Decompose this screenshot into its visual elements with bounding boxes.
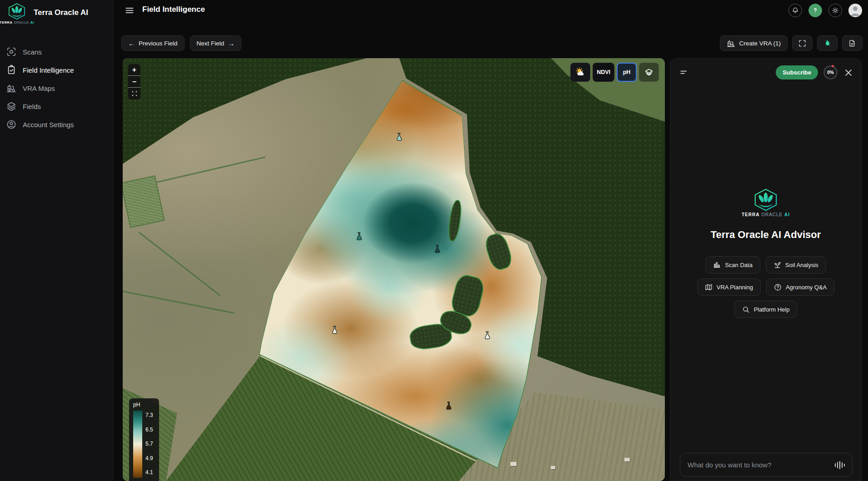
weather-toggle-button[interactable]	[570, 63, 590, 82]
soil-sample-flask-marker[interactable]	[444, 401, 453, 410]
tractor-icon	[6, 83, 16, 93]
legend-ticks: 7.3 6.5 5.7 4.9 4.1	[145, 412, 153, 476]
arrow-right-icon: →	[228, 40, 234, 47]
previous-field-label: Previous Field	[139, 40, 178, 47]
previous-field-button[interactable]: ← Previous Field	[121, 35, 185, 51]
legend-title: pH	[129, 398, 159, 408]
layers-icon	[6, 101, 16, 111]
ph-toggle-button[interactable]: pH	[617, 63, 637, 82]
voice-waveform-icon[interactable]	[835, 461, 845, 469]
building	[624, 458, 630, 461]
sidebar-item-label: Scans	[23, 48, 42, 56]
agronomy-qa-label: Agronomy Q&A	[786, 284, 827, 291]
soil-sample-flask-marker[interactable]	[330, 325, 339, 334]
soil-sample-flask-marker[interactable]	[483, 331, 492, 340]
advisor-title: Terra Oracle AI Advisor	[711, 229, 821, 241]
sidebar-item-fields[interactable]: Fields	[0, 97, 113, 115]
soil-sample-flask-marker[interactable]	[354, 232, 364, 241]
sun-icon	[832, 7, 839, 14]
tractor-icon	[727, 39, 735, 48]
sidebar-item-account-settings[interactable]: Account Settings	[0, 115, 113, 134]
advisor-panel: Subscribe 0% TERRA ORACLE AI Terra Oracl…	[670, 58, 862, 481]
platform-help-button[interactable]: Platform Help	[734, 301, 798, 318]
user-circle-icon	[6, 119, 16, 129]
create-vra-label: Create VRA (1)	[739, 40, 781, 47]
sidebar-item-vra-maps[interactable]: VRA Maps	[0, 79, 113, 97]
irrigation-button[interactable]	[817, 35, 838, 51]
soil-analysis-button[interactable]: Soil Analysis	[766, 256, 826, 273]
theme-toggle-button[interactable]	[828, 4, 842, 17]
ph-legend: pH 7.3 6.5 5.7 4.9 4.1	[129, 398, 159, 481]
layers-toggle-button[interactable]	[639, 63, 659, 82]
clipboard-check-icon	[6, 65, 16, 75]
advisor-quick-actions: Scan Data Soil Analysis VRA Planning	[670, 256, 861, 318]
menu-toggle-icon[interactable]	[125, 6, 134, 15]
notifications-button[interactable]	[788, 4, 802, 17]
map-icon	[705, 283, 713, 291]
zoom-out-button[interactable]: −	[128, 76, 140, 88]
advisor-logo-icon	[752, 188, 779, 211]
ndvi-toggle-button[interactable]: NDVI	[593, 63, 614, 82]
legend-tick: 7.3	[145, 412, 153, 418]
field-map[interactable]: + − NDVI pH pH	[123, 58, 665, 481]
page-title: Field Intelligence	[142, 5, 205, 14]
scan-data-label: Scan Data	[725, 262, 753, 268]
sun-cloud-icon	[575, 67, 586, 78]
next-field-label: Next Field	[197, 40, 224, 47]
advisor-chat-input[interactable]	[688, 461, 830, 469]
zoom-in-button[interactable]: +	[128, 64, 140, 76]
user-avatar[interactable]	[848, 4, 862, 17]
scan-data-button[interactable]: Scan Data	[705, 256, 760, 273]
fit-bounds-button[interactable]	[128, 88, 140, 99]
building	[510, 462, 517, 466]
bell-icon	[792, 7, 799, 14]
map-zoom-controls: + −	[128, 64, 140, 99]
next-field-button[interactable]: Next Field →	[190, 35, 242, 51]
help-button[interactable]	[808, 4, 822, 17]
soil-sample-flask-marker[interactable]	[394, 132, 404, 141]
legend-tick: 4.9	[145, 455, 153, 461]
soil-sample-flask-marker[interactable]	[433, 244, 442, 253]
top-header: Field Intelligence	[114, 0, 868, 21]
legend-tick: 4.1	[145, 469, 153, 476]
advisor-logo-caption: TERRA ORACLE AI	[742, 212, 790, 217]
app-brand: TERRA ORACLE AI Terra Oracle AI	[0, 0, 113, 25]
platform-help-label: Platform Help	[754, 306, 790, 313]
sidebar-item-label: Fields	[23, 103, 41, 110]
question-icon	[812, 7, 819, 14]
notification-dot	[832, 65, 834, 67]
layers-icon	[644, 68, 653, 77]
usage-progress-ring[interactable]: 0%	[823, 65, 838, 79]
panel-history-icon[interactable]	[679, 68, 688, 77]
close-icon[interactable]	[844, 68, 853, 77]
droplet-icon	[823, 39, 832, 47]
agronomy-qa-button[interactable]: Agronomy Q&A	[766, 278, 834, 296]
arrow-left-icon: ←	[128, 40, 135, 47]
sidebar-item-label: Field Intelligence	[23, 66, 74, 74]
vra-planning-button[interactable]: VRA Planning	[697, 278, 761, 296]
scan-icon	[6, 47, 16, 57]
usage-progress-value: 0%	[827, 70, 833, 75]
vra-planning-label: VRA Planning	[717, 284, 753, 291]
sidebar-item-scans[interactable]: Scans	[0, 43, 113, 61]
legend-tick: 6.5	[145, 426, 153, 433]
map-layer-toggles: NDVI pH	[570, 63, 659, 82]
question-circle-icon	[774, 283, 782, 291]
app-logo-icon	[7, 3, 26, 20]
app-title: Terra Oracle AI	[34, 8, 88, 17]
bar-chart-icon	[713, 261, 721, 269]
document-icon	[848, 40, 856, 47]
sidebar-item-field-intelligence[interactable]: Field Intelligence	[0, 61, 113, 79]
subscribe-button[interactable]: Subscribe	[776, 65, 818, 79]
building	[551, 466, 555, 469]
create-vra-button[interactable]: Create VRA (1)	[720, 35, 788, 51]
report-button[interactable]	[842, 35, 863, 51]
app-logo-caption: TERRA ORACLE AI	[0, 20, 34, 25]
sidebar-nav: Scans Field Intelligence VRA Maps Field	[0, 43, 113, 134]
legend-gradient-bar	[133, 411, 142, 478]
fullscreen-button[interactable]	[792, 35, 813, 51]
search-icon	[742, 306, 750, 313]
soil-analysis-label: Soil Analysis	[785, 262, 818, 268]
advisor-chat-inputbox[interactable]	[680, 453, 853, 477]
legend-tick: 5.7	[145, 441, 153, 447]
